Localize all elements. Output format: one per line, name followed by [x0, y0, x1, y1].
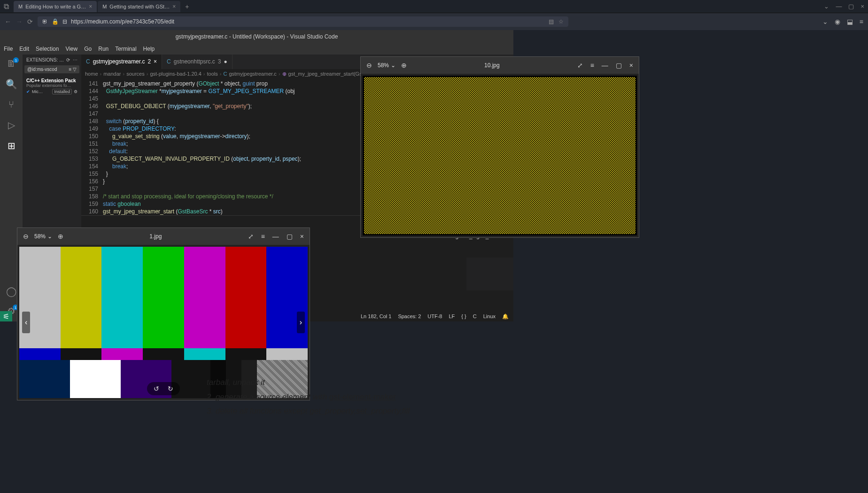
rotate-right-icon[interactable]: ↻	[168, 385, 173, 392]
menu-terminal[interactable]: Terminal	[115, 46, 136, 52]
bookmark-icon[interactable]: ☆	[558, 18, 564, 25]
chevron-down-icon[interactable]: ⌄	[824, 3, 829, 10]
fullscreen-icon[interactable]: ⤢	[246, 233, 256, 240]
status-brace[interactable]: { }	[461, 313, 466, 320]
close-icon[interactable]: ×	[298, 233, 306, 240]
history-icon[interactable]: ⧉	[4, 2, 9, 11]
image-canvas	[361, 74, 639, 237]
status-spaces[interactable]: Spaces: 2	[398, 313, 421, 320]
image-viewer-1: ⊖ 58% ⌄ ⊕ 1.jpg ⤢ ≡ — ▢ × ‹ › ↺ ↻	[17, 227, 310, 400]
chevron-down-icon: ⌄	[47, 233, 52, 240]
prev-image-button[interactable]: ‹	[22, 312, 30, 333]
menu-bar: File Edit Selection View Go Run Terminal…	[0, 43, 513, 55]
close-icon[interactable]: ×	[628, 62, 635, 69]
modified-icon: ●	[224, 58, 227, 65]
url-bar[interactable]: ⛨ 🔒 ⊟ https://medium.com/p/ee7343c5e705/…	[38, 16, 568, 27]
reload-button[interactable]: ⟳	[27, 18, 33, 25]
search-icon[interactable]: 🔍	[6, 78, 17, 90]
status-lang[interactable]: C	[473, 313, 477, 320]
minimap[interactable]	[466, 258, 513, 290]
menu-icon[interactable]: ≡	[860, 18, 863, 25]
extension-search[interactable]: @id:ms-vscod ≡ ▽	[24, 65, 79, 73]
minimize-icon[interactable]: —	[836, 3, 842, 10]
account-icon[interactable]: ◯	[6, 286, 16, 297]
more-icon[interactable]: ⋯	[73, 57, 78, 63]
chevron-down-icon: ⌄	[391, 62, 395, 69]
shield-icon[interactable]: ⛨	[42, 18, 48, 25]
zoom-out-icon[interactable]: ⊖	[364, 62, 374, 69]
close-icon[interactable]: ×	[89, 3, 92, 10]
minimize-icon[interactable]: —	[600, 62, 610, 69]
pocket-icon[interactable]: ⌄	[822, 18, 828, 25]
editor-tab-1[interactable]: C gstneonhttpsrc.c 3 ●	[162, 55, 232, 69]
rotate-left-icon[interactable]: ↺	[154, 385, 159, 392]
maximize-icon[interactable]: ▢	[285, 233, 294, 240]
close-icon[interactable]: ×	[154, 58, 157, 65]
extensions-icon[interactable]: ⬓	[847, 18, 853, 25]
explorer-icon[interactable]: 🗎1	[7, 58, 16, 69]
status-eol[interactable]: LF	[449, 313, 455, 320]
close-icon[interactable]: ×	[860, 3, 864, 10]
lock-icon: 🔒	[52, 18, 59, 25]
filter-icon[interactable]: ≡ ▽	[69, 67, 77, 72]
back-button[interactable]: ←	[5, 18, 11, 25]
tab-favicon: M	[18, 4, 23, 9]
window-title: gstmyjpegstreamer.c - Untitled (Workspac…	[0, 30, 513, 43]
tab-label: Getting started with GSt…	[109, 4, 170, 9]
menu-file[interactable]: File	[4, 46, 13, 52]
forward-button[interactable]: →	[16, 18, 23, 25]
status-os[interactable]: Linux	[483, 313, 496, 320]
tab-label: Editing How to write a G…	[25, 4, 86, 9]
browser-tab-0[interactable]: M Editing How to write a G… ×	[14, 1, 97, 12]
extension-item[interactable]: C/C++ Extension Pack Popular extensions …	[24, 75, 79, 97]
zoom-out-icon[interactable]: ⊖	[21, 233, 31, 240]
image-title: 1.jpg	[69, 233, 242, 240]
c-file-icon: C	[167, 58, 171, 65]
gst-element-maker-link[interactable]: gst-element-maker	[329, 392, 396, 401]
menu-icon[interactable]: ≡	[259, 233, 267, 240]
account-icon[interactable]: ◉	[835, 18, 840, 25]
menu-edit[interactable]: Edit	[19, 46, 29, 52]
new-tab-button[interactable]: +	[181, 1, 193, 12]
status-position[interactable]: Ln 182, Col 1	[361, 313, 391, 320]
zoom-in-icon[interactable]: ⊕	[399, 62, 409, 69]
reader-icon[interactable]: ▤	[549, 18, 554, 25]
zoom-in-icon[interactable]: ⊕	[56, 233, 65, 240]
fullscreen-icon[interactable]: ⤢	[575, 62, 585, 69]
menu-icon[interactable]: ≡	[589, 62, 596, 69]
remote-button[interactable]: ⚟	[0, 311, 12, 321]
status-encoding[interactable]: UTF-8	[427, 313, 442, 320]
refresh-icon[interactable]: ⟳	[66, 57, 70, 63]
editor-tab-0[interactable]: C gstmyjpegstreamer.c 2 ×	[81, 55, 162, 69]
minimize-icon[interactable]: —	[271, 233, 281, 240]
close-icon[interactable]: ×	[172, 3, 176, 10]
zoom-level[interactable]: 58% ⌄	[378, 62, 395, 69]
image-viewer-2: ⊖ 58% ⌄ ⊕ 10.jpg ⤢ ≡ — ▢ ×	[360, 56, 639, 238]
menu-help[interactable]: Help	[143, 46, 155, 52]
next-image-button[interactable]: ›	[297, 312, 305, 333]
maximize-icon[interactable]: ▢	[614, 62, 624, 69]
browser-tab-1[interactable]: M Getting started with GSt… ×	[98, 1, 180, 12]
menu-go[interactable]: Go	[84, 46, 92, 52]
url-text: https://medium.com/p/ee7343c5e705/edit	[71, 18, 174, 25]
permissions-icon[interactable]: ⊟	[62, 18, 67, 25]
sidebar-title: EXTENSIONS: …	[26, 57, 64, 63]
menu-view[interactable]: View	[65, 46, 78, 52]
bell-icon[interactable]: 🔔	[502, 313, 509, 320]
image-title: 10.jpg	[412, 62, 572, 69]
tab-favicon: M	[102, 4, 107, 9]
menu-selection[interactable]: Selection	[36, 46, 59, 52]
extensions-icon[interactable]: ⊞	[8, 140, 16, 151]
article-content[interactable]: tarball, unpack it 2. generate a source …	[207, 376, 442, 419]
zoom-level[interactable]: 58% ⌄	[34, 233, 52, 240]
c-file-icon: C	[86, 58, 90, 65]
debug-icon[interactable]: ▷	[8, 119, 15, 131]
source-control-icon[interactable]: ⑂	[8, 99, 14, 110]
maximize-icon[interactable]: ▢	[848, 3, 854, 10]
menu-run[interactable]: Run	[98, 46, 108, 52]
gear-icon[interactable]: ⚙	[74, 89, 78, 94]
